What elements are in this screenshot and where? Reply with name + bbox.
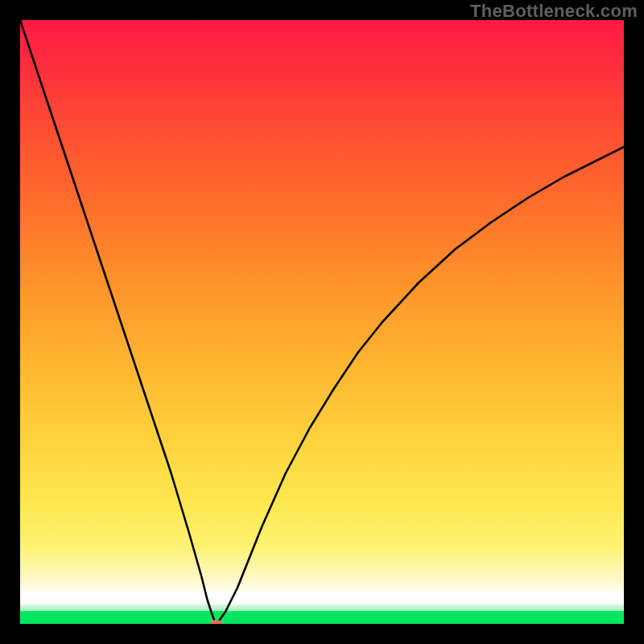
chart-overlay [20, 20, 624, 624]
chart-frame: TheBottleneck.com [0, 0, 644, 644]
watermark-text: TheBottleneck.com [470, 1, 638, 22]
curve-line [20, 20, 624, 624]
plot-area [20, 20, 624, 624]
